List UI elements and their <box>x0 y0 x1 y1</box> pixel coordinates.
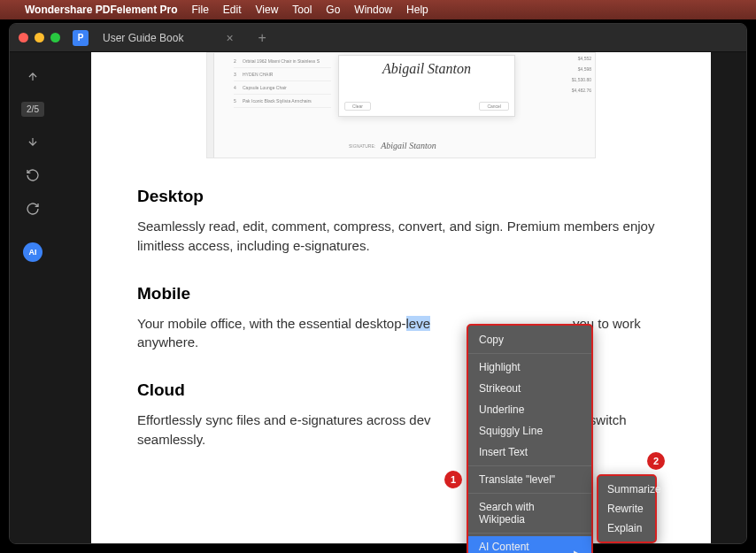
separator <box>468 493 591 494</box>
cm-translate[interactable]: Translate "level" <box>468 469 591 490</box>
app-icon: P <box>73 30 89 46</box>
paragraph-desktop: Seamlessly read, edit, comment, compress… <box>137 217 665 256</box>
cm-underline[interactable]: Underline <box>468 399 591 420</box>
cm-highlight[interactable]: Highlight <box>468 357 591 378</box>
sidebar: 2/5 AI <box>10 52 56 543</box>
cm-ai-content-processing[interactable]: AI Content Processing ▶ <box>468 536 591 553</box>
window-maximize-button[interactable] <box>50 33 60 42</box>
window-close-button[interactable] <box>19 33 28 42</box>
cm-strikeout[interactable]: Strikeout <box>468 378 591 399</box>
selected-text[interactable]: leve <box>406 316 431 331</box>
app-name[interactable]: Wondershare PDFelement Pro <box>25 4 178 16</box>
tab-close-icon[interactable]: × <box>226 31 233 45</box>
menu-edit[interactable]: Edit <box>223 4 242 16</box>
menu-view[interactable]: View <box>256 4 279 16</box>
cm-copy[interactable]: Copy <box>468 329 591 350</box>
window-minimize-button[interactable] <box>35 33 44 42</box>
undo-button[interactable] <box>24 166 42 184</box>
cm-squiggly[interactable]: Squiggly Line <box>468 420 591 442</box>
document-tab[interactable]: User Guide Book × <box>103 31 234 45</box>
heading-mobile: Mobile <box>137 284 665 303</box>
app-window: P User Guide Book × + 2/5 AI <box>9 23 747 544</box>
signature-text: Abigail Stanton <box>344 61 509 77</box>
traffic-lights <box>19 33 60 42</box>
separator <box>468 353 591 354</box>
cm-insert-text[interactable]: Insert Text <box>468 442 591 463</box>
body-area: 2/5 AI 2Orbital 1962 Miami Chair in Stai… <box>10 52 746 543</box>
cm-wikipedia[interactable]: Search with Wikipedia <box>468 496 591 530</box>
separator <box>468 533 591 534</box>
menu-go[interactable]: Go <box>326 4 340 16</box>
ai-submenu: Summarize Rewrite Explain <box>597 474 657 543</box>
heading-desktop: Desktop <box>137 187 665 206</box>
context-menu: Copy Highlight Strikeout Underline Squig… <box>467 324 593 553</box>
redo-button[interactable] <box>24 200 42 218</box>
menu-tool[interactable]: Tool <box>292 4 312 16</box>
sm-explain[interactable]: Explain <box>598 518 655 538</box>
document-area[interactable]: 2Orbital 1962 Miami Chair in Stainless S… <box>56 52 746 543</box>
sm-summarize[interactable]: Summarize <box>598 480 655 499</box>
tab-title: User Guide Book <box>103 32 183 44</box>
annotation-badge-1: 1 <box>444 471 462 488</box>
embedded-screenshot: 2Orbital 1962 Miami Chair in Stainless S… <box>206 52 596 158</box>
titlebar: P User Guide Book × + <box>10 24 746 52</box>
page-up-button[interactable] <box>24 68 42 86</box>
sm-rewrite[interactable]: Rewrite <box>598 499 655 518</box>
chevron-right-icon: ▶ <box>574 549 581 554</box>
page-down-button[interactable] <box>24 133 42 150</box>
menu-window[interactable]: Window <box>354 4 392 16</box>
menu-file[interactable]: File <box>192 4 209 16</box>
annotation-badge-2: 2 <box>647 452 665 470</box>
ai-button[interactable]: AI <box>23 242 42 262</box>
menu-help[interactable]: Help <box>406 4 428 16</box>
menubar: Wondershare PDFelement Pro File Edit Vie… <box>0 0 756 19</box>
page-indicator[interactable]: 2/5 <box>21 102 44 117</box>
new-tab-button[interactable]: + <box>258 30 266 46</box>
document-page: 2Orbital 1962 Miami Chair in Stainless S… <box>91 52 711 543</box>
section-desktop: Desktop Seamlessly read, edit, comment, … <box>137 187 665 256</box>
separator <box>468 465 591 466</box>
